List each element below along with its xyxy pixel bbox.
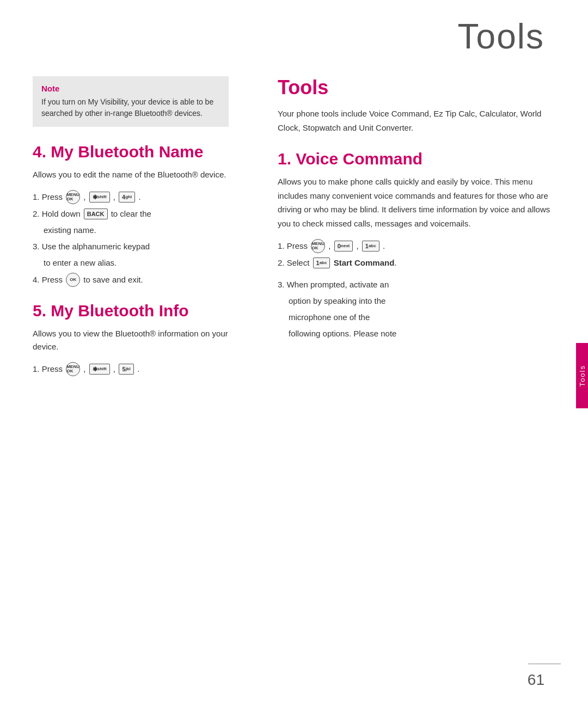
menu-ok-key2: MENUOK <box>66 362 80 376</box>
step4-text: 4. Press <box>33 273 65 286</box>
voice-command-body: Allows you to make phone calls quickly a… <box>278 175 555 230</box>
side-tab: Tools <box>576 343 588 408</box>
note-label: Note <box>41 84 220 93</box>
section5-body: Allows you to view the Bluetooth® inform… <box>33 327 229 353</box>
section4-heading: 4. My Bluetooth Name <box>33 142 229 162</box>
step2-suffix: to clear the <box>109 207 151 220</box>
side-tab-text: Tools <box>578 365 586 387</box>
vstep3-line4: following options. Please note <box>278 327 555 340</box>
main-layout: Note If you turn on My Visibility, your … <box>0 65 588 705</box>
step-num2: 2. Hold down <box>33 207 83 220</box>
vperiod: . <box>381 240 385 253</box>
voice-step-3: 3. When prompted, activate an option by … <box>278 278 555 344</box>
voice-step-2: 2. Select 1 abc Start Command. <box>278 256 555 269</box>
bottom-divider <box>528 664 561 665</box>
menu-ok-key3: MENUOK <box>311 239 325 253</box>
key-1abc: 1 abc <box>362 241 379 252</box>
voice-command-heading: 1. Voice Command <box>278 150 555 168</box>
step5-text: 1. Press <box>33 363 65 376</box>
vstep1-text: 1. Press <box>278 240 310 253</box>
step-4-1: 1. Press MENUOK , ✱shift , 4 ghi . <box>33 190 229 204</box>
comma1: , <box>81 191 88 204</box>
key-4ghi: 4 ghi <box>119 192 135 203</box>
vcomma2: , <box>354 240 361 253</box>
left-column: Note If you turn on My Visibility, your … <box>0 65 250 705</box>
comma2: , <box>111 191 118 204</box>
vcomma1: , <box>326 240 333 253</box>
step-3-text: 3. Use the alphanumeric keypad <box>33 240 150 253</box>
vstep2-suffix: Start Command. <box>331 256 396 269</box>
right-tools-heading: Tools <box>278 76 555 99</box>
step-5-1: 1. Press MENUOK , ✱shift , 5 jkl . <box>33 362 229 376</box>
menu-ok-key: MENUOK <box>66 190 80 204</box>
ok-key: OK <box>66 273 80 287</box>
voice-step-1: 1. Press MENUOK , 0 next , 1 abc . <box>278 239 555 253</box>
page-number: 61 <box>528 671 544 689</box>
step-4-3-cont: to enter a new alias. <box>33 256 229 269</box>
step-4-2-cont: existing name. <box>33 224 229 237</box>
right-column: Tools Your phone tools include Voice Com… <box>250 65 588 705</box>
vstep2-text: 2. Select <box>278 256 312 269</box>
step-4-2: 2. Hold down BACK to clear the <box>33 207 229 220</box>
step4-suffix: to save and exit. <box>81 273 143 286</box>
star-shift-key: ✱shift <box>89 192 110 203</box>
vstep3-line2: option by speaking into the <box>278 295 555 308</box>
page-title: Tools <box>458 16 544 57</box>
section4-body: Allows you to edit the name of the Bluet… <box>33 168 229 181</box>
period5: . <box>135 363 139 376</box>
note-box: Note If you turn on My Visibility, your … <box>33 76 229 127</box>
vstep3-line1: 3. When prompted, activate an <box>278 278 555 291</box>
note-text: If you turn on My Visibility, your devic… <box>41 96 220 119</box>
section5-wrapper: 5. My Bluetooth Info Allows you to view … <box>33 301 229 379</box>
key-1abc-select: 1 abc <box>313 258 330 268</box>
period1: . <box>136 191 140 204</box>
key-0next: 0 next <box>334 241 353 252</box>
key-5jkl: 5 jkl <box>119 364 134 375</box>
section5-heading: 5. My Bluetooth Info <box>33 301 229 321</box>
comma5-2: , <box>111 363 118 376</box>
vstep3-line3: microphone one of the <box>278 311 555 324</box>
step-4-4: 4. Press OK to save and exit. <box>33 273 229 287</box>
comma5-1: , <box>81 363 88 376</box>
right-tools-body: Your phone tools include Voice Command, … <box>278 107 555 134</box>
back-key: BACK <box>84 209 108 219</box>
step-4-3: 3. Use the alphanumeric keypad <box>33 240 229 253</box>
star-shift-key2: ✱shift <box>89 364 110 375</box>
step-num: 1. Press <box>33 191 65 204</box>
